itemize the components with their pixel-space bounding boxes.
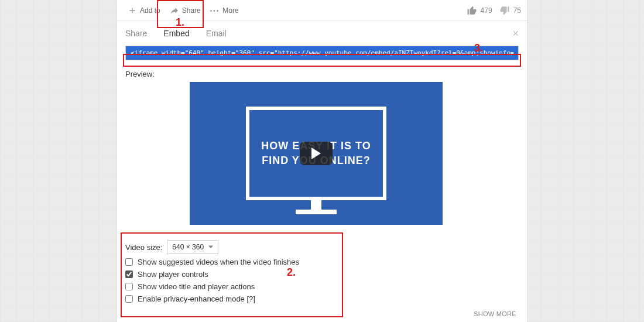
checkbox-suggested[interactable] — [125, 258, 133, 266]
tab-embed[interactable]: Embed — [163, 23, 189, 44]
option-privacy[interactable]: Enable privacy-enhanced mode [?] — [125, 294, 519, 303]
play-icon — [300, 142, 333, 165]
thumbs-down-icon — [499, 5, 510, 16]
checkbox-titleactions[interactable] — [125, 283, 133, 290]
option-controls[interactable]: Show player controls — [125, 270, 519, 279]
preview-label: Preview: — [125, 70, 519, 78]
add-to-button[interactable]: Add to — [123, 4, 165, 18]
option-titleactions[interactable]: Show video title and player actions — [125, 282, 519, 291]
checkbox-privacy[interactable] — [125, 295, 133, 303]
share-subtabs: Share Embed Email × — [117, 21, 527, 46]
show-more-button[interactable]: SHOW MORE — [125, 307, 519, 317]
video-size-value: 640 × 360 — [172, 243, 204, 251]
dislike-button[interactable]: 75 — [499, 5, 521, 16]
add-to-label: Add to — [140, 6, 160, 15]
video-action-bar: Add to Share More 479 75 — [117, 0, 527, 21]
video-preview[interactable]: HOW EASY IT IS TO FIND YOU ONLINE? — [190, 82, 443, 225]
like-count: 479 — [481, 6, 492, 15]
more-label: More — [222, 6, 238, 15]
option-suggested[interactable]: Show suggested videos when the video fin… — [125, 258, 519, 266]
share-button[interactable]: Share — [165, 4, 205, 18]
embed-options: Video size: 640 × 360 Show suggested vid… — [123, 231, 521, 320]
more-dots-icon — [210, 6, 220, 15]
video-size-select[interactable]: 640 × 360 — [167, 240, 218, 254]
like-button[interactable]: 479 — [467, 5, 492, 16]
tab-share[interactable]: Share — [125, 23, 147, 44]
share-arrow-icon — [170, 6, 179, 15]
dislike-count: 75 — [513, 6, 521, 15]
more-button[interactable]: More — [205, 4, 244, 17]
embed-code-row — [117, 46, 527, 66]
play-button[interactable] — [190, 82, 443, 225]
preview-section: Preview: HOW EASY IT IS TO FIND YOU ONLI… — [117, 66, 527, 231]
video-size-label: Video size: — [125, 243, 162, 252]
share-panel: Add to Share More 479 75 Share E — [117, 0, 527, 322]
thumbs-up-icon — [467, 5, 477, 16]
plus-icon — [128, 6, 137, 15]
share-label: Share — [182, 6, 201, 15]
close-icon[interactable]: × — [512, 28, 519, 40]
tab-email[interactable]: Email — [206, 23, 227, 44]
checkbox-controls[interactable] — [125, 270, 133, 278]
embed-code-input[interactable] — [125, 46, 519, 60]
